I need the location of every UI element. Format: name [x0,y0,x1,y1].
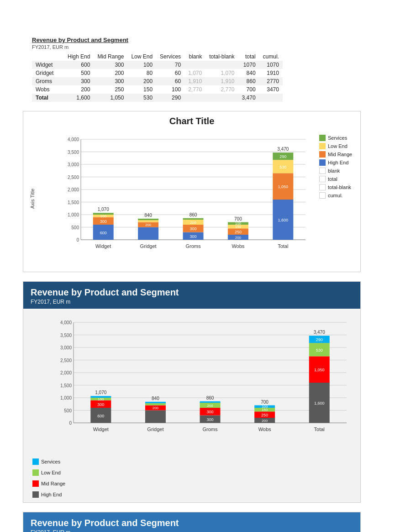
svg-text:Widget: Widget [95,243,111,249]
svg-text:1,050: 1,050 [278,184,289,189]
legend-item: Services [319,135,356,141]
table-cell: 80 [127,69,156,77]
table-cell: Gridget [32,69,64,77]
table-cell: 860 [238,77,259,85]
legend-label: Services [328,135,347,141]
svg-text:100: 100 [262,405,268,409]
svg-text:860: 860 [190,212,197,217]
table-cell: 1,600 [64,94,94,102]
table-cell: 150 [127,85,156,94]
col-header-total: total [238,53,259,61]
svg-text:3,500: 3,500 [60,333,72,338]
svg-text:1,050: 1,050 [314,368,325,372]
chart1-container: Chart Title Axis Title 05001,0001,5002,0… [23,111,361,272]
table-cell: 1070 [259,61,283,69]
legend-label: total [328,176,337,182]
svg-text:1,600: 1,600 [314,401,325,406]
legend-label: Mid Range [41,481,65,486]
svg-text:3,470: 3,470 [314,330,325,335]
svg-text:700: 700 [234,216,242,221]
table-section: Revenue by Product and Segment FY2017, E… [32,37,397,102]
legend-color [319,159,326,166]
table-row: Gridget50020080601,0701,0708401910 [32,69,283,77]
svg-text:200: 200 [153,406,159,410]
chart1-legend: ServicesLow EndMid RangeHigh Endblanktot… [315,130,356,267]
svg-rect-29 [138,227,158,240]
table-cell: 250 [94,85,127,94]
table-cell: 700 [238,85,259,94]
table-cell [259,94,283,102]
table-cell: 600 [64,61,94,69]
chart1-inner: 05001,0001,5002,0002,5003,0003,5004,0006… [35,130,315,267]
legend-item: Mid Range [32,480,65,487]
table-cell: 100 [127,61,156,69]
legend-color [319,168,326,174]
legend-label: blank [328,168,340,174]
svg-text:200: 200 [235,236,242,240]
svg-text:290: 290 [316,337,323,342]
svg-text:1,500: 1,500 [60,383,72,388]
table-cell: 60 [156,69,184,77]
svg-text:2,500: 2,500 [68,175,79,180]
col-header-mid-range: Mid Range [94,53,127,61]
table-cell: 300 [94,61,127,69]
svg-text:1,000: 1,000 [68,212,79,217]
col-header-total-blank: total-blank [206,53,238,61]
svg-text:1,000: 1,000 [60,395,72,400]
legend-item: Low End [319,143,356,149]
table-cell: 500 [64,69,94,77]
table-cell: 2,770 [206,85,238,94]
svg-rect-107 [200,401,221,403]
table-cell: 100 [156,85,184,94]
svg-text:4,000: 4,000 [60,320,72,325]
svg-rect-26 [93,213,114,215]
legend-color [32,469,39,476]
svg-text:840: 840 [144,213,152,218]
svg-text:300: 300 [206,417,213,422]
legend-label: Services [41,459,60,464]
chart3-title: Revenue by Product and Segment [31,518,353,528]
svg-text:200: 200 [190,221,196,225]
col-header-product [32,53,64,61]
svg-text:2,500: 2,500 [60,358,72,363]
svg-text:290: 290 [279,154,286,159]
svg-text:600: 600 [100,231,107,235]
svg-text:300: 300 [206,410,213,414]
col-header-services: Services [156,53,184,61]
legend-color [32,480,39,487]
svg-text:1,500: 1,500 [68,200,79,205]
table-cell: 840 [238,69,259,77]
svg-text:3,000: 3,000 [68,162,79,167]
svg-text:Total: Total [278,243,288,249]
table-row: Wobs2002501501002,7702,7707003470 [32,85,283,94]
svg-text:500: 500 [64,408,72,413]
svg-text:Groms: Groms [186,243,201,249]
chart3-header: Revenue by Product and Segment FY2017, E… [23,512,360,532]
table-cell: 2,770 [184,85,206,94]
table-cell [206,61,238,69]
table-cell: 200 [94,69,127,77]
table-cell: 3470 [259,85,283,94]
chart2-header: Revenue by Product and Segment FY2017, E… [23,282,360,309]
svg-rect-91 [90,396,111,398]
svg-text:1,070: 1,070 [98,207,109,212]
svg-rect-33 [138,219,158,220]
table-cell: 70 [156,61,184,69]
table-cell: Wobs [32,85,64,94]
table-cell: Groms [32,77,64,85]
table-row: Groms300300200601,9101,9108602770 [32,77,283,85]
svg-text:200: 200 [145,223,152,227]
table-cell: 300 [94,77,127,85]
table-cell: 1,070 [206,69,238,77]
svg-text:300: 300 [100,219,107,224]
svg-text:700: 700 [261,400,269,405]
svg-text:100: 100 [100,214,107,218]
legend-color [319,192,326,199]
legend-item: Low End [32,469,61,476]
table-cell: 1070 [238,61,259,69]
table-cell: 1,910 [206,77,238,85]
table-cell [184,61,206,69]
svg-text:3,500: 3,500 [68,150,79,155]
legend-label: High End [328,160,348,165]
svg-text:2,000: 2,000 [60,370,72,375]
